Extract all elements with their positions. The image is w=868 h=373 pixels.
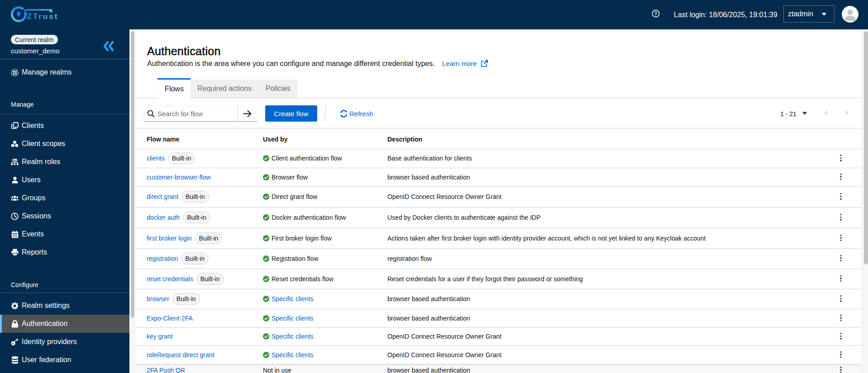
- svg-text:?: ?: [654, 11, 657, 16]
- svg-text:ZTrust: ZTrust: [27, 12, 59, 21]
